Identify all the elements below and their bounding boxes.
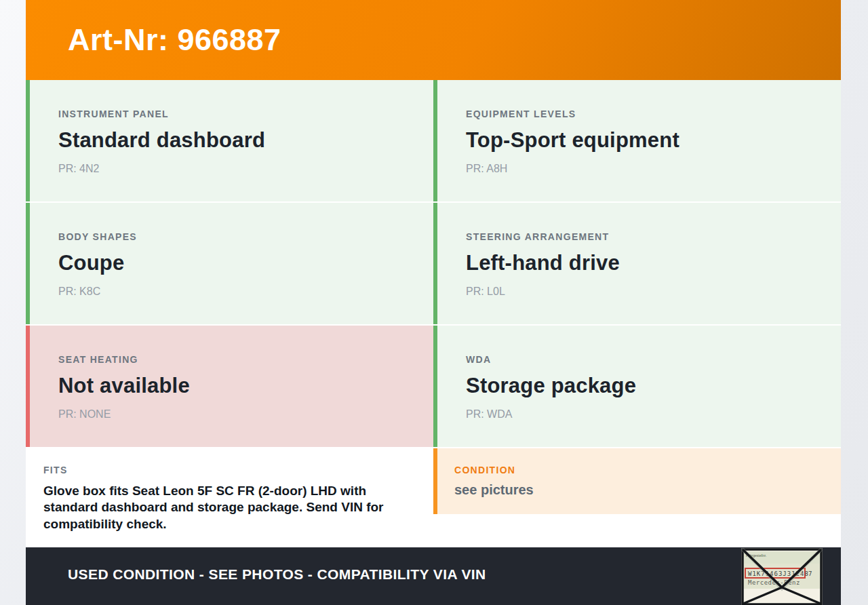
header-banner: Art-Nr: 966887 [26,0,841,80]
footer-notice: USED CONDITION - SEE PHOTOS - COMPATIBIL… [68,566,486,587]
stamp-vin-suffix: 7 [808,570,812,577]
card-fits: FITS Glove box fits Seat Leon 5F SC FR (… [26,448,433,547]
pr-code: PR: 4N2 [58,163,414,175]
envelope-registration-image: Fahrgestellnr. W1K71463J31248 7 Mercedes… [741,548,823,605]
card-value: Coupe [58,251,414,275]
condition-cell: CONDITION see pictures [433,448,841,547]
card-label: WDA [466,354,822,365]
card-value: Storage package [466,374,822,398]
footer-bar: USED CONDITION - SEE PHOTOS - COMPATIBIL… [26,547,841,605]
card-label: SEAT HEATING [58,354,414,365]
card-label: BODY SHAPES [58,231,414,242]
card-label: STEERING ARRANGEMENT [466,231,822,242]
fits-description: Glove box fits Seat Leon 5F SC FR (2-doo… [43,483,401,532]
envelope-icon: Fahrgestellnr. W1K71463J31248 7 Mercedes… [741,548,823,605]
card-body-shapes: BODY SHAPES Coupe PR: K8C [26,203,433,324]
card-label: INSTRUMENT PANEL [58,109,414,119]
attribute-grid: INSTRUMENT PANEL Standard dashboard PR: … [26,80,841,547]
condition-value: see pictures [454,482,822,498]
card-condition: CONDITION see pictures [433,448,841,514]
card-seat-heating: SEAT HEATING Not available PR: NONE [26,326,433,447]
card-label: CONDITION [454,465,822,475]
card-label: FITS [43,465,414,475]
card-equipment-levels: EQUIPMENT LEVELS Top-Sport equipment PR:… [433,80,841,201]
pr-code: PR: L0L [466,286,822,298]
card-value: Top-Sport equipment [466,128,822,153]
article-number-title: Art-Nr: 966887 [68,22,281,58]
card-value: Left-hand drive [466,251,822,275]
card-value: Not available [58,374,414,398]
pr-code: PR: A8H [466,163,822,175]
card-value: Standard dashboard [58,128,414,153]
pr-code: PR: K8C [58,286,414,298]
card-label: EQUIPMENT LEVELS [466,109,822,119]
card-wda: WDA Storage package PR: WDA [433,326,841,447]
listing-page: Art-Nr: 966887 INSTRUMENT PANEL Standard… [26,0,841,605]
pr-code: PR: WDA [466,408,822,421]
card-instrument-panel: INSTRUMENT PANEL Standard dashboard PR: … [26,80,433,201]
pr-code: PR: NONE [58,408,414,421]
card-steering-arrangement: STEERING ARRANGEMENT Left-hand drive PR:… [433,203,841,324]
